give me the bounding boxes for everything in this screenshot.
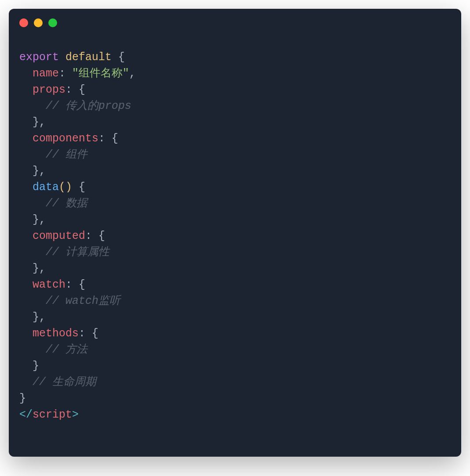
property-name: name	[33, 67, 59, 80]
property-components: components	[33, 132, 98, 145]
comment-props: // 传入的props	[46, 100, 131, 112]
window-header	[9, 9, 461, 32]
comment-components: // 组件	[46, 148, 87, 161]
comment-lifecycle: // 生命周期	[33, 376, 96, 389]
open-brace: {	[112, 51, 125, 64]
comment-methods: // 方法	[46, 343, 87, 356]
close-button[interactable]	[19, 18, 28, 27]
keyword-default: default	[65, 51, 112, 64]
comment-data: // 数据	[46, 197, 87, 210]
property-computed: computed	[33, 230, 85, 242]
string-value: "组件名称"	[72, 67, 129, 80]
comment-watch: // watch监听	[46, 295, 120, 307]
keyword-export: export	[19, 51, 59, 64]
maximize-button[interactable]	[48, 18, 57, 27]
property-props: props	[33, 83, 65, 96]
comment-computed: // 计算属性	[46, 246, 109, 259]
code-window: export default { name: "组件名称", props: { …	[9, 9, 461, 457]
minimize-button[interactable]	[34, 18, 43, 27]
property-watch: watch	[33, 278, 65, 291]
property-methods: methods	[33, 327, 79, 340]
method-data: data	[33, 181, 59, 194]
code-content: export default { name: "组件名称", props: { …	[9, 32, 461, 432]
script-close-tag: script	[33, 408, 72, 421]
